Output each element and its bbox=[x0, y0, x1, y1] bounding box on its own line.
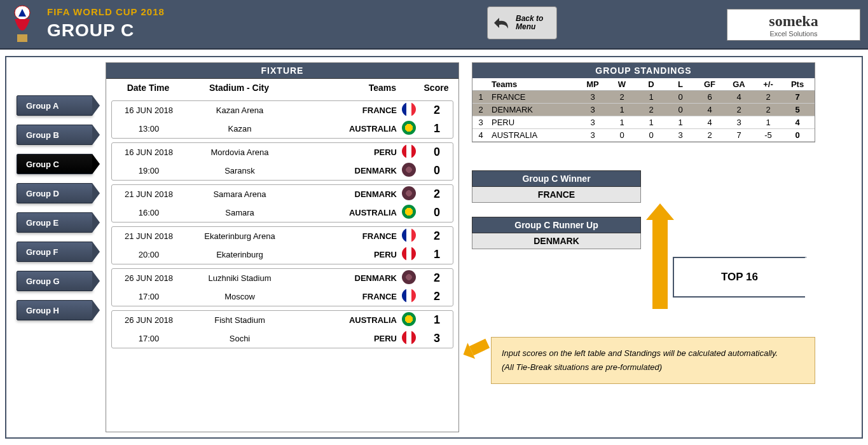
match-team1: FRANCE bbox=[294, 231, 402, 241]
score1-input[interactable]: 2 bbox=[421, 104, 453, 117]
nav-item-group-g[interactable]: Group G bbox=[17, 271, 93, 291]
match-city: Kazan bbox=[186, 124, 294, 134]
flag-icon bbox=[402, 312, 416, 326]
header-title-small: FIFA WORLD CUP 2018 bbox=[47, 6, 165, 17]
score1-input[interactable]: 2 bbox=[421, 188, 453, 201]
flag-icon bbox=[402, 270, 416, 284]
match-row: 21 JUN 2018 Samara Arena DENMARK 2 16:00… bbox=[111, 184, 453, 222]
match-row: 16 JUN 2018 Mordovia Arena PERU 0 19:00 … bbox=[111, 142, 453, 181]
nav-item-group-d[interactable]: Group D bbox=[17, 183, 93, 203]
match-row: 16 JUN 2018 Kazan Arena FRANCE 2 13:00 K… bbox=[111, 100, 453, 139]
group-nav: Group AGroup BGroup CGroup DGroup EGroup… bbox=[11, 62, 100, 432]
standings-panel: GROUP STANDINGS Teams MP W D L GF GA +/-… bbox=[472, 62, 815, 142]
standings-row: 2 DENMARK 3 1 2 0 4 2 2 5 bbox=[472, 104, 815, 116]
back-to-menu-button[interactable]: Back to Menu bbox=[487, 6, 557, 39]
match-time: 19:00 bbox=[112, 166, 186, 175]
match-date: 21 JUN 2018 bbox=[112, 189, 186, 199]
match-date: 26 JUN 2018 bbox=[112, 315, 186, 325]
match-stadium: Kazan Arena bbox=[186, 106, 294, 115]
match-team1: PERU bbox=[294, 147, 402, 157]
fixture-panel: FIXTURE Date Time Stadium - City Teams S… bbox=[106, 62, 459, 432]
standings-row: 1 FRANCE 3 2 1 0 6 4 2 7 bbox=[472, 91, 815, 104]
match-time: 13:00 bbox=[112, 124, 186, 134]
hint-note: Input scores on the left table and Stand… bbox=[491, 337, 815, 384]
standings-title: GROUP STANDINGS bbox=[472, 63, 815, 78]
score2-input[interactable]: 0 bbox=[421, 206, 453, 219]
back-label: Back to Menu bbox=[516, 15, 543, 31]
match-stadium: Ekaterinburg Arena bbox=[186, 231, 294, 241]
match-date: 16 JUN 2018 bbox=[112, 147, 186, 157]
match-date: 16 JUN 2018 bbox=[112, 106, 186, 115]
match-city: Sochi bbox=[186, 334, 294, 343]
flag-icon bbox=[402, 163, 416, 177]
match-team1: DENMARK bbox=[294, 189, 402, 199]
nav-item-group-f[interactable]: Group F bbox=[17, 242, 93, 262]
standings-columns: Teams MP W D L GF GA +/- Pts bbox=[472, 78, 815, 91]
match-row: 26 JUN 2018 Luzhniki Stadium DENMARK 2 1… bbox=[111, 268, 453, 306]
someka-logo: someka Excel Solutions bbox=[727, 9, 860, 41]
match-city: Saransk bbox=[186, 166, 294, 175]
flag-icon bbox=[402, 121, 416, 135]
match-team2: DENMARK bbox=[294, 166, 402, 175]
flag-icon bbox=[402, 186, 416, 200]
content: Group AGroup BGroup CGroup DGroup EGroup… bbox=[5, 56, 863, 439]
score2-input[interactable]: 1 bbox=[421, 248, 453, 261]
nav-item-group-b[interactable]: Group B bbox=[17, 125, 93, 145]
match-team2: PERU bbox=[294, 250, 402, 259]
score1-input[interactable]: 0 bbox=[421, 146, 453, 159]
score2-input[interactable]: 1 bbox=[421, 122, 453, 135]
match-stadium: Samara Arena bbox=[186, 189, 294, 199]
flag-icon bbox=[402, 205, 416, 219]
note-arrow-icon bbox=[469, 339, 490, 355]
match-time: 17:00 bbox=[112, 334, 186, 343]
match-date: 21 JUN 2018 bbox=[112, 231, 186, 241]
match-stadium: Luzhniki Stadium bbox=[186, 273, 294, 283]
right-panel: GROUP STANDINGS Teams MP W D L GF GA +/-… bbox=[472, 62, 857, 432]
match-team1: AUSTRALIA bbox=[294, 315, 402, 325]
score1-input[interactable]: 1 bbox=[421, 313, 453, 327]
flag-icon bbox=[402, 228, 416, 242]
score2-input[interactable]: 2 bbox=[421, 290, 453, 303]
back-arrow-icon bbox=[493, 16, 511, 30]
flag-icon bbox=[402, 331, 416, 345]
nav-item-group-e[interactable]: Group E bbox=[17, 212, 93, 233]
winner-label: Group C Winner bbox=[472, 170, 641, 187]
match-city: Samara bbox=[186, 208, 294, 217]
runnerup-label: Group C Runner Up bbox=[472, 217, 641, 233]
nav-item-group-a[interactable]: Group A bbox=[17, 95, 93, 116]
arrow-up-icon bbox=[652, 220, 668, 309]
svg-rect-1 bbox=[17, 34, 27, 42]
runnerup-value: DENMARK bbox=[472, 233, 641, 249]
fixture-title: FIXTURE bbox=[106, 63, 458, 79]
match-city: Moscow bbox=[186, 292, 294, 301]
standings-row: 4 AUSTRALIA 3 0 0 3 2 7 -5 0 bbox=[472, 129, 815, 142]
fixture-columns: Date Time Stadium - City Teams Score bbox=[106, 79, 458, 97]
match-team2: FRANCE bbox=[294, 292, 402, 301]
header-title-large: GROUP C bbox=[47, 20, 134, 41]
nav-item-group-h[interactable]: Group H bbox=[17, 300, 93, 320]
score1-input[interactable]: 2 bbox=[421, 271, 453, 285]
score1-input[interactable]: 2 bbox=[421, 229, 453, 243]
header: FIFA WORLD CUP 2018 GROUP C Back to Menu… bbox=[0, 0, 868, 50]
match-row: 26 JUN 2018 Fisht Stadium AUSTRALIA 1 17… bbox=[111, 310, 453, 348]
flag-icon bbox=[402, 144, 416, 158]
match-team1: FRANCE bbox=[294, 106, 402, 115]
match-row: 21 JUN 2018 Ekaterinburg Arena FRANCE 2 … bbox=[111, 226, 453, 264]
flag-icon bbox=[402, 247, 416, 261]
score2-input[interactable]: 0 bbox=[421, 164, 453, 177]
match-team1: DENMARK bbox=[294, 273, 402, 283]
flag-icon bbox=[402, 289, 416, 303]
match-city: Ekaterinburg bbox=[186, 250, 294, 259]
match-team2: AUSTRALIA bbox=[294, 208, 402, 217]
winner-value: FRANCE bbox=[472, 187, 641, 203]
match-team2: AUSTRALIA bbox=[294, 124, 402, 134]
match-team2: PERU bbox=[294, 334, 402, 343]
nav-item-group-c[interactable]: Group C bbox=[17, 154, 93, 174]
match-date: 26 JUN 2018 bbox=[112, 273, 186, 283]
match-time: 17:00 bbox=[112, 292, 186, 301]
top16-box: TOP 16 bbox=[673, 257, 806, 298]
match-stadium: Fisht Stadium bbox=[186, 315, 294, 325]
winner-box: Group C Winner FRANCE bbox=[472, 170, 641, 203]
score2-input[interactable]: 3 bbox=[421, 332, 453, 345]
standings-row: 3 PERU 3 1 1 1 4 3 1 4 bbox=[472, 116, 815, 129]
